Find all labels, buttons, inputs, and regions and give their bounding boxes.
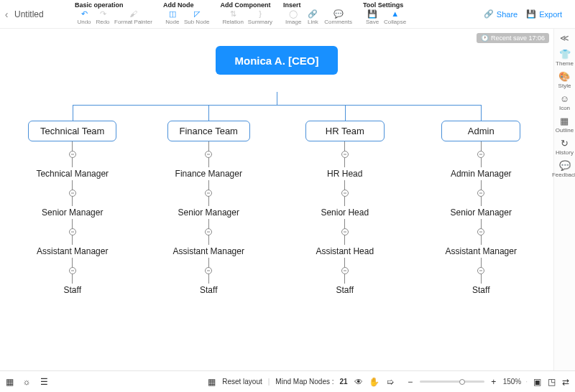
- fullscreen-button[interactable]: ◳: [546, 377, 556, 387]
- layout-view-button[interactable]: ▦: [4, 377, 14, 387]
- redo-button[interactable]: ↷Redo: [93, 9, 112, 26]
- collapse-toggle[interactable]: [205, 190, 212, 197]
- branch: HR TeamHR HeadSenior HeadAssistant HeadS…: [280, 121, 410, 297]
- sidebar-item-icon[interactable]: ☺Icon: [559, 93, 570, 111]
- connector: [344, 196, 345, 206]
- branch: Technical TeamTechnical ManagerSenior Ma…: [7, 121, 138, 297]
- collapse-toggle[interactable]: [205, 151, 212, 158]
- org-node[interactable]: Senior Head: [321, 206, 369, 219]
- org-node[interactable]: Assistant Manager: [446, 245, 517, 258]
- collapse-toggle[interactable]: [69, 151, 76, 158]
- collapse-toggle[interactable]: [205, 267, 212, 274]
- collapse-toggle[interactable]: [477, 267, 484, 274]
- cursor-icon[interactable]: ➯: [385, 377, 395, 387]
- sidebar-item-history[interactable]: ↻History: [556, 138, 574, 156]
- collapse-toggle[interactable]: [69, 228, 76, 235]
- insert-comments-button[interactable]: 💬Comments: [322, 9, 354, 26]
- connector: [72, 180, 73, 190]
- sidebar-item-style[interactable]: 🎨Style: [558, 71, 571, 89]
- org-node[interactable]: HR Head: [327, 167, 362, 180]
- canvas[interactable]: 🕐Recent save 17:06 Monica A. [CEO] Techn…: [0, 29, 553, 370]
- connector: [481, 105, 482, 121]
- collapse-toggle[interactable]: [341, 267, 349, 274]
- hand-icon[interactable]: ✋: [369, 377, 380, 387]
- collapse-toggle[interactable]: [69, 190, 76, 197]
- team-node[interactable]: HR Team: [305, 121, 385, 141]
- zoom-thumb[interactable]: [459, 379, 465, 385]
- org-node[interactable]: Assistant Manager: [173, 245, 244, 258]
- org-node[interactable]: Assistant Manager: [37, 245, 108, 258]
- add-subnode-button[interactable]: ◸Sub Node: [182, 9, 212, 26]
- summary-button[interactable]: }Summary: [246, 9, 275, 26]
- zoom-in-button[interactable]: +: [489, 377, 499, 387]
- connector: [481, 274, 482, 284]
- zoom-out-button[interactable]: −: [405, 377, 415, 387]
- sidebar-collapse-button[interactable]: ≪: [560, 32, 569, 45]
- document-title[interactable]: Untitled: [13, 0, 70, 28]
- collapse-toggle[interactable]: [205, 228, 212, 235]
- expand-button[interactable]: ⇄: [561, 377, 571, 387]
- org-node[interactable]: Staff: [64, 284, 81, 297]
- sidebar-item-theme[interactable]: 👕Theme: [556, 49, 574, 67]
- sun-icon-button[interactable]: ☼: [22, 377, 32, 387]
- branch: AdminAdmin ManagerSenior ManagerAssistan…: [415, 121, 546, 297]
- export-label: Export: [539, 10, 562, 19]
- sidebar-item-outline[interactable]: ▦Outline: [556, 116, 574, 134]
- team-node[interactable]: Admin: [441, 121, 520, 141]
- team-node[interactable]: Finance Team: [167, 121, 250, 141]
- connector: [72, 141, 73, 151]
- org-node[interactable]: Senior Manager: [42, 206, 103, 219]
- connector: [72, 219, 73, 229]
- relation-button[interactable]: ⇅Relation: [221, 9, 246, 26]
- collapse-toggle[interactable]: [341, 190, 349, 197]
- fit-screen-button[interactable]: ▣: [532, 377, 542, 387]
- org-node[interactable]: Staff: [472, 284, 489, 297]
- sidebar-item-feedback[interactable]: 💬Feedback: [552, 160, 575, 178]
- eye-icon[interactable]: 👁: [354, 377, 364, 387]
- insert-link-button[interactable]: 🔗Link: [303, 9, 322, 26]
- image-icon: ◯: [289, 9, 298, 18]
- collapse-button[interactable]: ▲Collapse: [382, 9, 408, 26]
- org-node[interactable]: Staff: [200, 284, 217, 297]
- grid-icon: ▦: [560, 116, 569, 126]
- share-button[interactable]: 🔗Share: [484, 9, 518, 19]
- zoom-label: 150%: [503, 378, 522, 386]
- comments-icon: 💬: [334, 9, 344, 18]
- connector: [72, 157, 73, 167]
- collapse-toggle[interactable]: [341, 228, 349, 235]
- collapse-toggle[interactable]: [477, 228, 484, 235]
- node-icon: ◫: [169, 9, 176, 18]
- org-node[interactable]: Finance Manager: [175, 167, 242, 180]
- format-painter-button[interactable]: 🖌Format Painter: [112, 9, 155, 26]
- collapse-toggle[interactable]: [69, 267, 76, 274]
- export-button[interactable]: 💾Export: [526, 9, 562, 19]
- connector: [344, 274, 345, 284]
- org-node[interactable]: Technical Manager: [36, 167, 109, 180]
- undo-button[interactable]: ↶Undo: [75, 9, 93, 26]
- team-node[interactable]: Technical Team: [28, 121, 116, 141]
- save-button[interactable]: 💾Save: [363, 9, 382, 26]
- connector: [481, 141, 482, 151]
- org-node[interactable]: Senior Manager: [178, 206, 239, 219]
- add-node-button[interactable]: ◫Node: [163, 9, 182, 26]
- menu-icon-button[interactable]: ☰: [39, 377, 49, 387]
- collapse-toggle[interactable]: [341, 151, 349, 158]
- collapse-toggle[interactable]: [477, 190, 484, 197]
- org-node[interactable]: Staff: [336, 284, 354, 297]
- connector: [208, 196, 209, 206]
- zoom-slider[interactable]: [420, 381, 484, 383]
- org-node[interactable]: Senior Manager: [451, 206, 512, 219]
- connector: [481, 180, 482, 190]
- group-title: Insert: [283, 0, 354, 9]
- group-title: Tool Settings: [363, 0, 408, 9]
- summary-icon: }: [259, 9, 262, 18]
- org-node[interactable]: Admin Manager: [451, 167, 512, 180]
- history-icon: ↻: [561, 138, 569, 149]
- root-node[interactable]: Monica A. [CEO]: [216, 46, 338, 75]
- reset-layout-button[interactable]: Reset layout: [222, 378, 262, 386]
- back-button[interactable]: ‹: [0, 0, 13, 28]
- collapse-toggle[interactable]: [477, 151, 484, 158]
- org-node[interactable]: Assistant Head: [316, 245, 374, 258]
- connector: [481, 196, 482, 206]
- insert-image-button[interactable]: ◯Image: [283, 9, 303, 26]
